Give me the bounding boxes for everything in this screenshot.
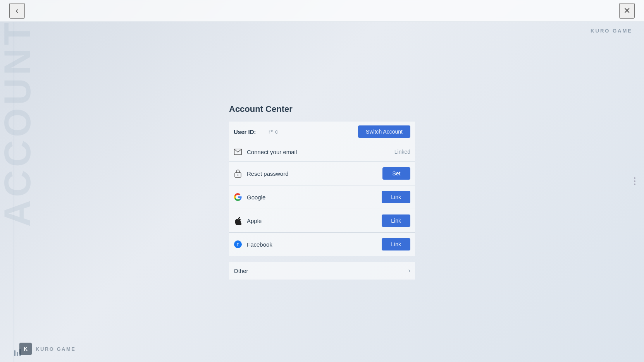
facebook-row-label: Facebook [247,241,272,248]
bottom-brand: K KURO GAME [19,343,76,355]
google-icon [234,193,242,201]
link-apple-button[interactable]: Link [382,214,410,227]
user-id-label: User ID: [234,129,265,135]
email-status: Linked [394,149,410,155]
close-button[interactable]: ✕ [619,3,635,19]
google-row-label: Google [247,194,265,201]
facebook-row-left: f Facebook [234,240,272,249]
topbar: ‹ ✕ [0,0,644,22]
main-content: Account Center User ID: r* c Switch Acco… [0,22,644,362]
facebook-icon: f [234,240,242,249]
set-password-button[interactable]: Set [382,167,410,180]
apple-icon [234,216,242,225]
chevron-right-icon: › [408,267,410,274]
link-google-button[interactable]: Link [382,191,410,203]
password-row: Reset password Set [229,162,415,185]
email-icon [234,148,242,156]
back-button[interactable]: ‹ [9,3,25,19]
bottom-brand-name: KURO GAME [36,346,76,352]
lock-icon [234,169,242,178]
account-card: Account Center User ID: r* c Switch Acco… [229,104,415,280]
password-row-left: Reset password [234,169,289,178]
google-row-left: Google [234,193,265,201]
switch-account-button[interactable]: Switch Account [358,125,410,138]
google-row: Google Link [229,185,415,209]
email-row-left: Connect your email [234,148,297,156]
apple-row: Apple Link [229,209,415,233]
user-id-row: User ID: r* c Switch Account [229,122,415,142]
apple-row-label: Apple [247,218,262,224]
password-row-label: Reset password [247,170,289,177]
svg-point-2 [238,175,239,176]
account-center-title: Account Center [229,104,415,119]
user-id-value: r* c [265,129,358,135]
link-facebook-button[interactable]: Link [382,238,410,250]
apple-row-left: Apple [234,216,262,225]
other-row-label: Other [234,268,248,274]
email-row: Connect your email Linked [229,142,415,162]
bottom-brand-icon: K [19,343,32,355]
email-row-label: Connect your email [247,149,297,155]
other-row[interactable]: Other › [229,262,415,280]
facebook-row: f Facebook Link [229,233,415,256]
